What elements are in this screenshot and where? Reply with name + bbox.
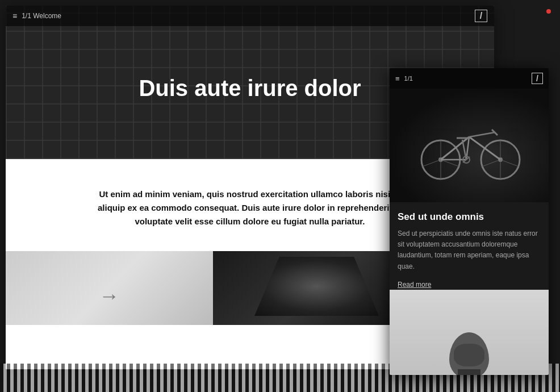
second-breadcrumb: 1/1: [404, 75, 413, 82]
article-text-section: Sed ut unde omnis Sed ut perspiciatis un…: [390, 202, 549, 298]
breadcrumb: 1/1 Welcome: [22, 12, 61, 20]
slash-icon[interactable]: /: [475, 10, 487, 22]
bike-section: [390, 89, 549, 202]
bike-image: [390, 89, 549, 202]
svg-line-18: [469, 132, 495, 137]
article-title: Sed ut unde omnis: [398, 211, 541, 223]
read-more-link[interactable]: Read more: [398, 281, 431, 289]
svg-line-10: [482, 160, 500, 166]
svg-line-6: [423, 160, 441, 166]
menu-icon[interactable]: ≡: [12, 11, 17, 20]
bike-svg: [412, 109, 526, 182]
main-topbar: ≡ 1/1 Welcome /: [6, 6, 494, 26]
notification-dot: [546, 9, 551, 14]
portrait-section: [390, 290, 549, 375]
portrait-image: [390, 290, 549, 375]
person-silhouette: [449, 332, 489, 375]
second-topbar: ≡ 1/1 /: [390, 68, 549, 89]
article-body: Sed ut perspiciatis unde omnis iste natu…: [398, 228, 541, 272]
svg-line-5: [441, 160, 459, 166]
arrows-image: [6, 251, 213, 325]
second-window: ≡ 1/1 /: [390, 68, 549, 375]
second-slash-icon[interactable]: /: [532, 73, 543, 84]
svg-line-9: [500, 160, 519, 166]
second-menu-icon[interactable]: ≡: [395, 74, 400, 83]
hero-title: Duis aute irure dolor: [139, 76, 361, 101]
